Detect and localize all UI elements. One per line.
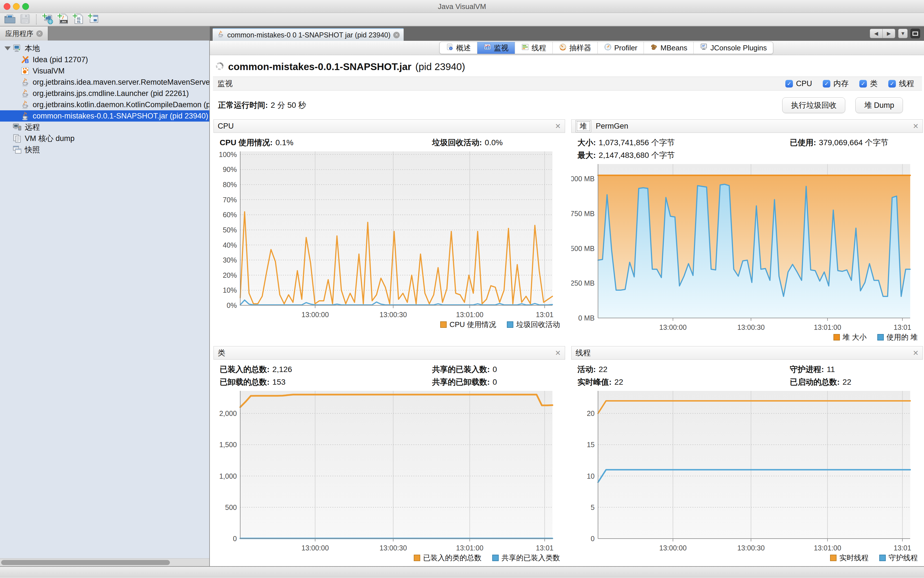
close-icon[interactable]: ✕ (36, 31, 43, 37)
close-icon[interactable]: ✕ (555, 122, 561, 130)
tab-threads[interactable]: 线程 (515, 42, 553, 54)
legend-item: 垃圾回收活动 (507, 320, 560, 330)
tree-item[interactable]: 远程 (0, 122, 209, 133)
tree-item[interactable]: VM 核心 dump (0, 133, 209, 144)
checkbox-类[interactable]: ✓类 (859, 78, 878, 89)
java-icon (20, 100, 30, 109)
svg-text:80%: 80% (223, 181, 237, 188)
close-icon[interactable]: ✕ (913, 349, 919, 357)
checked-checkbox-icon[interactable]: ✓ (785, 80, 793, 88)
load-snapshot-button[interactable] (2, 13, 18, 26)
svg-text:100%: 100% (219, 151, 237, 158)
svg-text:1,500: 1,500 (219, 441, 237, 448)
stat-value: 22 (843, 378, 851, 386)
checkbox-内存[interactable]: ✓内存 (823, 78, 849, 89)
perform-gc-button[interactable]: 执行垃圾回收 (782, 97, 845, 113)
svg-text:500: 500 (225, 503, 237, 511)
stat-item: 已装入的总数:2,126 (220, 364, 432, 375)
legend-label: 垃圾回收活动 (516, 320, 560, 330)
scroll-tabs-right-button[interactable]: ▶ (882, 29, 895, 38)
tab-profiler[interactable]: Profiler (597, 42, 644, 54)
checkbox-label: CPU (796, 80, 812, 88)
tab-monitor[interactable]: 监视 (477, 42, 515, 54)
close-icon[interactable]: ✕ (393, 32, 400, 38)
stat-item: 最大:2,147,483,680 个字节 (577, 150, 790, 161)
view-tab-label: 抽样器 (569, 43, 591, 53)
tab-overview[interactable]: i概述 (439, 42, 477, 54)
heap-dump-button[interactable]: 堆 Dump (855, 97, 903, 113)
svg-text:30%: 30% (223, 256, 237, 264)
sidebar-horizontal-scrollbar[interactable] (0, 558, 209, 566)
svg-text:JMX: JMX (61, 20, 66, 23)
permgen-tab[interactable]: PermGen (596, 122, 628, 131)
document-tab-label: common-mistakes-0 0 1-SNAPSHOT jar (pid … (227, 31, 391, 39)
save-button[interactable] (18, 13, 32, 26)
java-app-icon (217, 30, 224, 40)
tree-item[interactable]: BIdea (pid 12707) (0, 54, 209, 65)
legend-item: 守护线程 (879, 553, 918, 563)
tab-process-document[interactable]: common-mistakes-0 0 1-SNAPSHOT jar (pid … (212, 28, 404, 41)
stat-item: 大小:1,073,741,856 个字节 (577, 137, 790, 148)
tab-list-dropdown-button[interactable]: ▼ (898, 29, 908, 38)
tab-jconsole[interactable]: JConsole Plugins (693, 42, 773, 54)
svg-text:10: 10 (587, 472, 595, 480)
java-icon (20, 111, 30, 121)
add-vm-coredump-button[interactable]: 0101 (70, 13, 86, 26)
svg-text:13:00:00: 13:00:00 (302, 544, 329, 552)
cpu-panel: CPU✕CPU 使用情况:0.1%垃圾回收活动:0.0%0%10%20%30%4… (214, 119, 565, 342)
legend-item: 使用的 堆 (877, 332, 918, 342)
checked-checkbox-icon[interactable]: ✓ (888, 80, 896, 88)
svg-text:1,000: 1,000 (219, 472, 237, 480)
close-icon[interactable]: ✕ (555, 349, 561, 357)
svg-text:13:00:00: 13:00:00 (302, 311, 329, 318)
checked-checkbox-icon[interactable]: ✓ (859, 80, 867, 88)
expand-triangle-icon[interactable] (5, 46, 11, 50)
tab-sampler[interactable]: 抽样器 (553, 42, 597, 54)
svg-text:15: 15 (587, 441, 595, 448)
threads-panel-header: 线程✕ (571, 346, 923, 360)
legend-label: 使用的 堆 (887, 332, 918, 342)
process-name: common-mistakes-0.0.1-SNAPSHOT.jar (228, 61, 412, 72)
tree-item[interactable]: org.jetbrains.kotlin.daemon.KotlinCompil… (0, 99, 209, 110)
svg-text:5: 5 (591, 503, 595, 511)
stat-item: 垃圾回收活动:0.0% (432, 137, 565, 148)
add-jmx-connection-icon: JMX (56, 12, 69, 26)
tab-mbeans[interactable]: MBeans (644, 42, 693, 54)
svg-text:13:00:30: 13:00:30 (379, 544, 407, 552)
stat-item: 共享的已装入数:0 (432, 364, 565, 375)
toolbar: JMX0101 (0, 13, 924, 26)
legend-swatch-icon (833, 334, 840, 341)
heap-tab[interactable]: 堆 (575, 120, 591, 132)
classes-stats: 已装入的总数:2,126共享的已装入数:0已卸载的总数:153共享的已卸载数:0 (214, 360, 565, 388)
tree-item[interactable]: VisualVM (0, 65, 209, 76)
cpu-legend: CPU 使用情况垃圾回收活动 (214, 320, 565, 330)
add-remote-host-button[interactable] (40, 13, 55, 26)
view-tab-label: 线程 (532, 43, 546, 53)
legend-label: 守护线程 (888, 553, 918, 563)
close-icon[interactable]: ✕ (913, 122, 919, 130)
add-vm-coredump-icon: 0101 (71, 12, 84, 26)
tab-applications[interactable]: 应用程序 ✕ (0, 26, 49, 41)
stat-item: 活动:22 (577, 364, 790, 375)
tree-item[interactable]: 本地 (0, 43, 209, 54)
scroll-tabs-left-button[interactable]: ◀ (870, 29, 883, 38)
tree-item[interactable]: org.jetbrains.jps.cmdline.Launcher (pid … (0, 88, 209, 99)
add-application-snapshot-button[interactable] (86, 13, 101, 26)
tree-item[interactable]: common-mistakes-0.0.1-SNAPSHOT.jar (pid … (0, 110, 209, 122)
svg-text:13:00:30: 13:00:30 (379, 311, 407, 318)
maximize-view-button[interactable] (911, 29, 920, 38)
checkbox-cpu[interactable]: ✓CPU (785, 80, 812, 88)
scrollbar-thumb[interactable] (1, 560, 170, 565)
legend-swatch-icon (414, 555, 420, 561)
tab-scroll-buttons: ◀ ▶ (870, 29, 895, 38)
tree-item-label: VisualVM (32, 67, 65, 75)
uptime-label: 正常运行时间: (218, 100, 268, 110)
load-snapshot-icon (3, 12, 16, 26)
add-jmx-connection-button[interactable]: JMX (55, 13, 70, 26)
tree-item[interactable]: org.jetbrains.idea.maven.server.RemoteMa… (0, 76, 209, 88)
checkbox-线程[interactable]: ✓线程 (888, 78, 914, 89)
main-area: common-mistakes-0 0 1-SNAPSHOT jar (pid … (210, 26, 924, 566)
tree-item[interactable]: 快照 (0, 144, 209, 155)
stat-label: 共享的已卸载数: (432, 378, 490, 386)
checked-checkbox-icon[interactable]: ✓ (823, 80, 830, 88)
